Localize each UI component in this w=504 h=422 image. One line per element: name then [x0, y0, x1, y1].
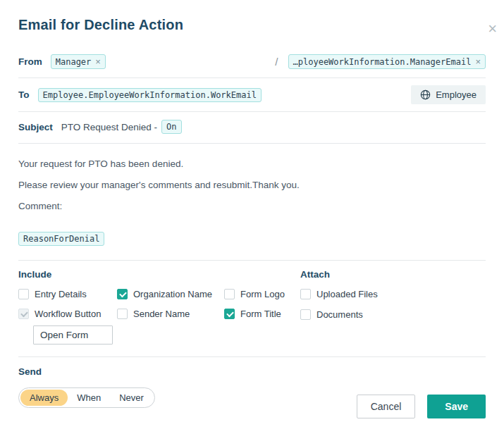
checkbox-checked-icon[interactable]: [117, 289, 128, 299]
from-label: From: [18, 56, 42, 67]
checkbox-checked-icon[interactable]: [224, 309, 235, 319]
checkbox-label: Workflow Button: [35, 309, 101, 319]
from-separator: /: [275, 56, 278, 68]
remove-icon[interactable]: ×: [95, 56, 101, 67]
body-tag-reason-for-denial[interactable]: ReasonForDenial: [18, 232, 104, 246]
cancel-button[interactable]: Cancel: [357, 395, 416, 418]
checkbox-label: Documents: [316, 309, 363, 320]
email-body[interactable]: Your request for PTO has been denied. Pl…: [18, 144, 486, 261]
email-decline-action-dialog: × Email for Decline Action From Manager …: [0, 17, 504, 422]
checkbox-form-title[interactable]: Form Title: [224, 309, 300, 319]
save-button[interactable]: Save: [427, 395, 486, 418]
subject-row: Subject PTO Request Denied - On: [18, 112, 486, 144]
body-line-2: Please review your manager's comments an…: [18, 180, 486, 190]
from-row: From Manager × / …ployeeWorkInformation.…: [18, 42, 486, 78]
close-icon[interactable]: ×: [488, 21, 497, 37]
include-label: Include: [18, 269, 300, 280]
checkbox-label: Form Logo: [240, 289, 285, 299]
globe-icon: [420, 89, 431, 100]
to-row: To Employee.EmployeeWorkInformation.Work…: [18, 78, 486, 112]
send-option-always[interactable]: Always: [20, 390, 68, 406]
to-tag-work-email[interactable]: Employee.EmployeeWorkInformation.WorkEma…: [38, 88, 262, 102]
to-label: To: [18, 89, 30, 100]
include-section: Include Entry Details Organization Name …: [18, 269, 300, 345]
checkbox-icon[interactable]: [300, 309, 311, 320]
subject-label: Subject: [18, 122, 53, 132]
checkbox-documents[interactable]: Documents: [300, 309, 486, 320]
employee-button[interactable]: Employee: [411, 85, 486, 104]
options-section: Include Entry Details Organization Name …: [18, 261, 486, 357]
attach-section: Attach Uploaded Files Documents: [300, 269, 486, 345]
checkbox-organization-name[interactable]: Organization Name: [117, 289, 224, 299]
checkbox-workflow-button: Workflow Button: [18, 309, 117, 319]
send-option-never[interactable]: Never: [110, 390, 153, 406]
checkbox-disabled-checked-icon: [18, 309, 29, 319]
checkbox-icon[interactable]: [18, 289, 29, 299]
from-tag-manager-text: Manager: [56, 57, 92, 67]
employee-button-label: Employee: [436, 89, 477, 100]
checkbox-entry-details[interactable]: Entry Details: [18, 289, 117, 299]
page-title: Email for Decline Action: [18, 17, 486, 33]
checkbox-form-logo[interactable]: Form Logo: [224, 289, 300, 299]
attach-checkbox-list: Uploaded Files Documents: [300, 289, 486, 320]
checkbox-icon[interactable]: [117, 309, 128, 319]
checkbox-sender-name[interactable]: Sender Name: [117, 309, 224, 319]
workflow-button-text-input[interactable]: [33, 325, 113, 345]
subject-tag-on[interactable]: On: [161, 120, 181, 134]
body-line-3: Comment:: [18, 201, 486, 211]
checkbox-uploaded-files[interactable]: Uploaded Files: [300, 289, 486, 299]
subject-text[interactable]: PTO Request Denied -: [61, 122, 157, 132]
checkbox-label: Uploaded Files: [316, 289, 378, 299]
send-label: Send: [18, 366, 486, 377]
dialog-footer: Cancel Save: [357, 395, 486, 418]
checkbox-label: Entry Details: [35, 289, 87, 299]
from-tag-manager-email[interactable]: …ployeeWorkInformation.ManagerEmail ×: [288, 54, 486, 69]
send-segmented-control: Always When Never: [18, 387, 155, 408]
from-tag-manager-email-text: …ployeeWorkInformation.ManagerEmail: [293, 57, 472, 67]
checkbox-label: Form Title: [240, 309, 281, 319]
from-tag-manager[interactable]: Manager ×: [51, 54, 106, 69]
attach-label: Attach: [300, 269, 486, 280]
include-checkbox-grid: Entry Details Organization Name Form Log…: [18, 289, 300, 319]
remove-icon[interactable]: ×: [475, 56, 481, 67]
send-option-when[interactable]: When: [68, 390, 110, 406]
checkbox-label: Organization Name: [133, 289, 212, 299]
checkbox-icon[interactable]: [224, 289, 235, 299]
checkbox-icon[interactable]: [300, 289, 311, 299]
body-line-1: Your request for PTO has been denied.: [18, 159, 486, 169]
checkbox-label: Sender Name: [133, 309, 190, 319]
